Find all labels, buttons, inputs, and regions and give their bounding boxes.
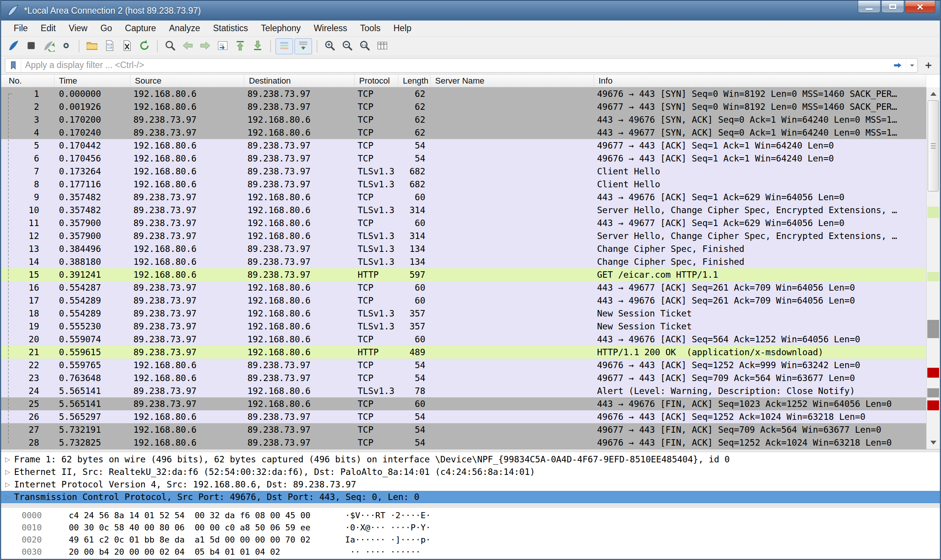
packet-row[interactable]: 60.170456192.168.80.689.238.73.97TCP5449… xyxy=(1,152,926,165)
hex-ascii[interactable]: ·$V···RT ·2····E· xyxy=(345,509,431,522)
maximize-button[interactable] xyxy=(881,1,904,13)
menu-wireless[interactable]: Wireless xyxy=(307,22,353,35)
column-header-source[interactable]: Source xyxy=(130,74,244,87)
column-header-time[interactable]: Time xyxy=(54,74,130,87)
close-file-button[interactable] xyxy=(118,38,136,54)
add-filter-button[interactable] xyxy=(921,58,936,73)
column-header-protocol[interactable]: Protocol xyxy=(355,74,398,87)
expand-arrow-icon[interactable]: ▷ xyxy=(1,466,14,478)
packet-row[interactable]: 70.173264192.168.80.689.238.73.97TLSv1.3… xyxy=(1,165,926,178)
hex-row[interactable]: 0000c4 24 56 8a 14 01 52 54 00 32 da f6 … xyxy=(1,509,940,522)
packet-row[interactable]: 30.17020089.238.73.97192.168.80.6TCP6244… xyxy=(1,113,926,126)
capture-options-button[interactable] xyxy=(57,38,75,54)
packet-row[interactable]: 220.559765192.168.80.689.238.73.97TCP544… xyxy=(1,359,926,372)
title-bar[interactable]: *Local Area Connection 2 (host 89.238.73… xyxy=(1,0,940,21)
zoom-in-button[interactable] xyxy=(321,38,339,54)
expand-arrow-icon[interactable]: ▷ xyxy=(1,453,14,466)
packet-row[interactable]: 180.55428989.238.73.97192.168.80.6TLSv1.… xyxy=(1,307,926,320)
packet-row[interactable]: 140.388180192.168.80.689.238.73.97TLSv1.… xyxy=(1,255,926,268)
packet-row[interactable]: 160.55428789.238.73.97192.168.80.6TCP604… xyxy=(1,281,926,294)
go-to-packet-button[interactable] xyxy=(214,38,231,54)
scrollbar-up-button[interactable] xyxy=(927,87,940,100)
packet-row[interactable]: 20.001926192.168.80.689.238.73.97TCP6249… xyxy=(1,100,926,113)
menu-go[interactable]: Go xyxy=(94,22,119,35)
column-header-server-name[interactable]: Server Name xyxy=(431,74,594,87)
packet-row[interactable]: 150.391241192.168.80.689.238.73.97HTTP59… xyxy=(1,268,926,281)
column-header-no[interactable]: No. xyxy=(1,74,54,87)
scrollbar-thumb[interactable] xyxy=(928,100,939,191)
packet-row[interactable]: 130.384496192.168.80.689.238.73.97TLSv1.… xyxy=(1,242,926,255)
packet-row[interactable]: 80.177116192.168.80.689.238.73.97TLSv1.3… xyxy=(1,178,926,191)
menu-statistics[interactable]: Statistics xyxy=(206,22,254,35)
packet-row[interactable]: 265.565297192.168.80.689.238.73.97TCP544… xyxy=(1,410,926,423)
auto-scroll-button[interactable] xyxy=(295,38,312,54)
zoom-out-button[interactable] xyxy=(339,38,356,54)
detail-line[interactable]: ▷Transmission Control Protocol, Src Port… xyxy=(1,491,940,503)
packet-row[interactable]: 40.17024089.238.73.97192.168.80.6TCP6244… xyxy=(1,126,926,139)
packet-row[interactable]: 90.35748289.238.73.97192.168.80.6TCP6044… xyxy=(1,191,926,204)
hex-row[interactable]: 002049 61 c2 0c 01 bb 8e da a1 5d 00 00 … xyxy=(1,534,940,546)
packet-row[interactable]: 245.56514189.238.73.97192.168.80.6TLSv1.… xyxy=(1,384,926,397)
stop-capture-button[interactable] xyxy=(22,38,40,54)
hex-ascii[interactable]: ·· ···· ······ xyxy=(345,546,421,558)
open-file-button[interactable] xyxy=(83,38,101,54)
packet-list-scrollbar[interactable] xyxy=(926,87,940,449)
expand-arrow-icon[interactable]: ▷ xyxy=(1,478,14,491)
hex-bytes[interactable]: c4 24 56 8a 14 01 52 54 00 32 da f6 08 0… xyxy=(69,509,310,522)
hex-bytes[interactable]: 49 61 c2 0c 01 bb 8e da a1 5d 00 00 00 0… xyxy=(69,534,310,546)
reload-file-button[interactable] xyxy=(136,38,153,54)
expand-arrow-icon[interactable]: ▷ xyxy=(1,491,14,503)
packet-row[interactable]: 230.763648192.168.80.689.238.73.97TCP544… xyxy=(1,372,926,384)
save-file-button[interactable]: 010110 xyxy=(101,38,118,54)
go-back-button[interactable] xyxy=(179,38,196,54)
hex-ascii[interactable]: Ia······ ·]····p· xyxy=(345,534,431,546)
pane-splitter-top[interactable] xyxy=(1,449,940,452)
packet-row[interactable]: 50.170442192.168.80.689.238.73.97TCP5449… xyxy=(1,139,926,152)
detail-line[interactable]: ▷Internet Protocol Version 4, Src: 192.1… xyxy=(1,478,940,491)
hex-row[interactable]: 003020 00 b4 20 00 00 02 04 05 b4 01 01 … xyxy=(1,546,940,558)
restart-capture-button[interactable] xyxy=(40,38,57,54)
hex-ascii[interactable]: ·0·X@··· ····P·Y· xyxy=(345,522,431,534)
packet-row[interactable]: 255.56514189.238.73.97192.168.80.6TCP604… xyxy=(1,397,926,410)
hex-bytes[interactable]: 20 00 b4 20 00 00 02 04 05 b4 01 01 04 0… xyxy=(69,546,280,558)
menu-tools[interactable]: Tools xyxy=(354,22,387,35)
scrollbar-track[interactable] xyxy=(927,100,940,436)
packet-row[interactable]: 110.35790089.238.73.97192.168.80.6TCP604… xyxy=(1,217,926,229)
display-filter-input[interactable] xyxy=(21,59,889,72)
menu-capture[interactable]: Capture xyxy=(119,22,163,35)
packet-row[interactable]: 275.732191192.168.80.689.238.73.97TCP544… xyxy=(1,423,926,436)
minimize-button[interactable] xyxy=(858,1,881,13)
menu-analyze[interactable]: Analyze xyxy=(163,22,207,35)
packet-row[interactable]: 10.000000192.168.80.689.238.73.97TCP6249… xyxy=(1,87,926,100)
pane-splitter-bottom[interactable] xyxy=(1,505,940,508)
menu-view[interactable]: View xyxy=(62,22,94,35)
start-capture-button[interactable] xyxy=(5,38,22,54)
find-packet-button[interactable] xyxy=(162,38,179,54)
column-header-info[interactable]: Info xyxy=(594,74,926,87)
packet-row[interactable]: 210.55961589.238.73.97192.168.80.6HTTP48… xyxy=(1,346,926,359)
filter-bookmark-button[interactable] xyxy=(5,59,21,72)
packet-row[interactable]: 120.35790089.238.73.97192.168.80.6TLSv1.… xyxy=(1,229,926,242)
menu-help[interactable]: Help xyxy=(387,22,418,35)
go-to-top-button[interactable] xyxy=(231,38,249,54)
filter-history-dropdown[interactable] xyxy=(906,59,917,72)
apply-filter-button[interactable] xyxy=(889,59,906,72)
packet-row[interactable]: 170.55428989.238.73.97192.168.80.6TCP604… xyxy=(1,294,926,307)
column-header-destination[interactable]: Destination xyxy=(244,74,355,87)
scrollbar-down-button[interactable] xyxy=(927,436,940,449)
resize-columns-button[interactable] xyxy=(374,38,391,54)
menu-telephony[interactable]: Telephony xyxy=(255,22,307,35)
go-forward-button[interactable] xyxy=(196,38,214,54)
hex-bytes[interactable]: 00 30 0c 58 40 00 80 06 00 00 c0 a8 50 0… xyxy=(69,522,310,534)
column-header-length[interactable]: Length xyxy=(398,74,431,87)
packet-row[interactable]: 190.55523089.238.73.97192.168.80.6TLSv1.… xyxy=(1,320,926,333)
colorize-packets-button[interactable] xyxy=(276,38,293,54)
hex-row[interactable]: 001000 30 0c 58 40 00 80 06 00 00 c0 a8 … xyxy=(1,522,940,534)
go-to-bottom-button[interactable] xyxy=(249,38,266,54)
zoom-original-button[interactable]: 1:1 xyxy=(356,38,374,54)
close-button[interactable]: × xyxy=(905,1,935,13)
menu-file[interactable]: File xyxy=(7,22,34,35)
packet-row[interactable]: 100.35748289.238.73.97192.168.80.6TLSv1.… xyxy=(1,204,926,217)
detail-line[interactable]: ▷Frame 1: 62 bytes on wire (496 bits), 6… xyxy=(1,453,940,466)
menu-edit[interactable]: Edit xyxy=(34,22,62,35)
